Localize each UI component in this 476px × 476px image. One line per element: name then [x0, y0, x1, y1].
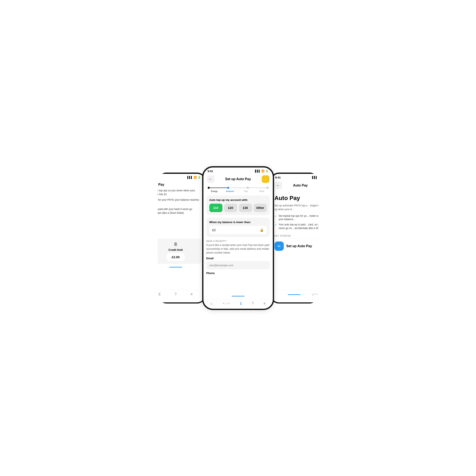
left-nav-menu[interactable]: ≡ [190, 292, 193, 296]
center-nav-help[interactable]: ? [252, 301, 254, 306]
left-nav-help[interactable]: ? [174, 292, 177, 296]
balance-section: When my balance is lower than: £2 🔒 [206, 218, 270, 237]
phone-label: Phone [206, 272, 270, 275]
left-status-icons: ▌▌▌ 📶 🔋 [187, 176, 201, 179]
step-dot-amount [227, 187, 229, 189]
setup-auto-pay-button[interactable]: ∞ Set up Auto Pay [274, 241, 326, 251]
right-nav-bar: ← Auto Pay [271, 180, 330, 191]
check-item-1: ✓ Set repeat top-ups for yo... meter whe… [274, 214, 326, 221]
progress-steps [204, 185, 273, 190]
right-nav-indicator [288, 294, 301, 295]
center-nav-title: Set up Auto Pay [225, 177, 251, 181]
center-nav-bar: ← Set up Auto Pay ⚡ [204, 174, 273, 185]
right-nav-payment[interactable]: £ [322, 292, 324, 296]
right-wifi-icon: 📶 [319, 176, 322, 179]
center-nav-menu[interactable]: ≡ [263, 301, 266, 306]
center-battery-icon: 🔋 [265, 170, 269, 172]
center-nav-activity[interactable]: ⚬—⚬ [222, 302, 230, 305]
right-nav-home[interactable]: ⌂ [312, 292, 314, 296]
step-label-energy: Energy [206, 190, 222, 192]
check-text-1: Set repeat top-ups for yo... meter when … [279, 214, 326, 221]
email-input[interactable] [206, 261, 270, 269]
amount-options: £10 £20 £30 Other [209, 204, 267, 212]
topup-title: Auto top-up my account with: [209, 198, 267, 202]
topup-section: Auto top-up my account with: £10 £20 £30… [206, 195, 270, 215]
trash-icon: 🗑 [174, 242, 178, 247]
right-main-title: Auto Pay [274, 195, 326, 202]
step-label-amount: Amount [222, 190, 238, 192]
step-labels: Energy Amount Pay Done [204, 190, 273, 194]
lightning-button[interactable]: ⚡ [262, 175, 269, 183]
center-wifi-icon: 📶 [261, 170, 265, 172]
back-button[interactable]: ← [207, 175, 214, 183]
check-text-2: Your auto top-up is paid... card, so you… [279, 223, 326, 230]
balance-title: When my balance is lower than: [209, 221, 267, 224]
right-nav-activity[interactable]: ⚬—⚬ [314, 292, 322, 296]
center-phone: 9:41 ▌▌▌ 📶 🔋 ← Set up Auto Pay ⚡ [202, 166, 274, 310]
signal-icon: ▌▌▌ [187, 176, 193, 179]
right-nav-title: Auto Pay [293, 184, 308, 187]
step-dot-done [266, 187, 269, 189]
center-status-icons: ▌▌▌ 📶 🔋 [255, 170, 269, 172]
right-time: 9:41 [275, 176, 281, 179]
wifi-icon: 📶 [194, 176, 197, 179]
center-nav-payment[interactable]: £ [240, 301, 242, 306]
step-line-3 [249, 187, 266, 188]
infinity-icon: ∞ [274, 241, 284, 251]
get-started-label: Get Started [274, 235, 326, 237]
left-phone-wrapper: ▌▌▌ 📶 🔋 Auto Pay c PAYG top-ups so you n… [145, 172, 206, 304]
center-bottom-nav: ⌂ ⚬—⚬ £ ? ≡ [204, 299, 273, 309]
step-dot-energy [208, 187, 210, 189]
receipt-desc: If you'd like a receipt when your Auto P… [206, 243, 270, 255]
battery-icon: 🔋 [198, 176, 201, 179]
center-nav-home[interactable]: ⌂ [210, 301, 213, 306]
center-signal-icon: ▌▌▌ [255, 170, 260, 172]
right-back-button[interactable]: ← [274, 182, 282, 189]
right-phone: 9:41 ▌▌▌ 📶 🔋 ← Auto Pay Auto Pay Set up … [270, 172, 331, 304]
lock-icon: 🔒 [260, 228, 264, 232]
email-label: Email [206, 257, 270, 260]
right-status-bar: 9:41 ▌▌▌ 📶 🔋 [271, 174, 330, 180]
right-desc: Set up automatic PAYG top-u... forget to… [274, 204, 326, 211]
right-signal-icon: ▌▌▌ [312, 176, 318, 179]
right-phone-wrapper: 9:41 ▌▌▌ 📶 🔋 ← Auto Pay Auto Pay Set up … [270, 172, 331, 304]
check-icon-1: ✓ [274, 214, 277, 218]
credit-value: £2.00 [167, 253, 185, 261]
center-status-bar: 9:41 ▌▌▌ 📶 🔋 [204, 168, 273, 174]
divider [274, 239, 326, 239]
left-nav-payment[interactable]: £ [159, 292, 161, 296]
right-bottom-nav: ⌂ ⚬—⚬ £ [274, 290, 326, 299]
left-bottom-nav: £ ? ≡ [150, 290, 202, 299]
balance-value: £2 [212, 228, 216, 232]
step-dot-pay [247, 187, 249, 189]
left-desc2: op-ups for your PAYG your balance reache… [150, 198, 202, 205]
amount-30[interactable]: £30 [239, 204, 252, 212]
amount-10[interactable]: £10 [209, 204, 222, 212]
right-content: Auto Pay Set up automatic PAYG top-u... … [271, 191, 330, 302]
step-label-done: Done [254, 190, 270, 192]
center-nav-indicator [232, 296, 244, 296]
right-battery-icon: 🔋 [323, 176, 326, 179]
credit-label: Credit limit [169, 248, 183, 252]
right-status-icons: ▌▌▌ 📶 🔋 [312, 176, 326, 179]
left-title: Auto Pay [150, 183, 202, 187]
left-nav-indicator [169, 267, 182, 268]
step-line-2 [229, 187, 247, 188]
receipt-section: Need a receipt? If you'd like a receipt … [206, 240, 270, 276]
scene: ▌▌▌ 📶 🔋 Auto Pay c PAYG top-ups so you n… [122, 166, 354, 310]
check-item-2: ✓ Your auto top-up is paid... card, so y… [274, 223, 326, 230]
amount-20[interactable]: £20 [224, 204, 237, 212]
balance-input-row: £2 🔒 [209, 226, 267, 234]
center-time: 9:41 [208, 170, 213, 173]
left-desc1: c PAYG top-ups so you never when your ba… [150, 189, 202, 196]
left-credit-card: 🗑 Credit limit £2.00 [150, 239, 202, 264]
receipt-label: Need a receipt? [206, 240, 270, 242]
left-phone: ▌▌▌ 📶 🔋 Auto Pay c PAYG top-ups so you n… [145, 172, 206, 304]
setup-btn-label: Set up Auto Pay [286, 244, 312, 248]
left-status-bar: ▌▌▌ 📶 🔋 [146, 174, 205, 180]
check-icon-2: ✓ [274, 223, 277, 226]
left-desc3: o-up is paid with your bank ll never go … [150, 207, 202, 215]
step-label-pay: Pay [238, 190, 254, 192]
step-line-1 [210, 187, 227, 188]
amount-other[interactable]: Other [254, 204, 267, 212]
